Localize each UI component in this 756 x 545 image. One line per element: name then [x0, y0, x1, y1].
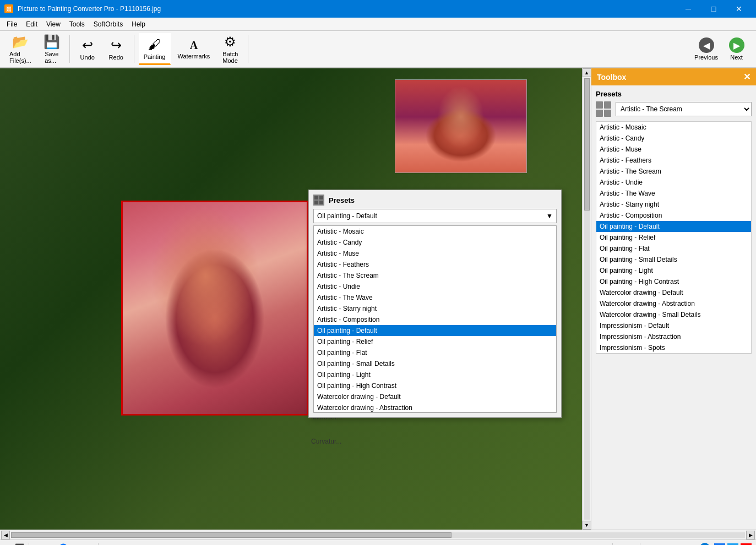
- panel-item-14[interactable]: Oil painting - High Contrast: [314, 380, 556, 391]
- panel-item-1[interactable]: Artistic - Candy: [314, 237, 556, 248]
- redo-label: Redo: [109, 54, 123, 61]
- panel-item-16[interactable]: Watercolor drawing - Abstraction: [314, 402, 556, 413]
- panel-item-2[interactable]: Artistic - Muse: [314, 248, 556, 259]
- toolbox-preset-list: Artistic - Mosaic Artistic - Candy Artis…: [596, 121, 752, 354]
- toolbox-item-mosaic[interactable]: Artistic - Mosaic: [596, 122, 751, 133]
- redo-button[interactable]: ↪ Redo: [103, 33, 129, 65]
- toolbox-item-candy[interactable]: Artistic - Candy: [596, 133, 751, 144]
- panel-item-6[interactable]: Artistic - The Wave: [314, 292, 556, 303]
- toolbox-item-imp-default[interactable]: Impressionism - Default: [596, 320, 751, 331]
- vscroll-up[interactable]: ▲: [583, 68, 591, 77]
- format-label: JPG: [617, 543, 635, 546]
- toolbox-item-oil-highcontrast[interactable]: Oil painting - High Contrast: [596, 276, 751, 287]
- watermarks-label: Watermarks: [178, 53, 210, 60]
- toolbox-item-wc-default[interactable]: Watercolor drawing - Default: [596, 287, 751, 298]
- titlebar-left: 🖼 Picture to Painting Converter Pro - P1…: [4, 4, 161, 13]
- toolbox-item-undie[interactable]: Artistic - Undie: [596, 177, 751, 188]
- youtube-button[interactable]: ▶: [741, 543, 752, 546]
- panel-item-7[interactable]: Artistic - Starry night: [314, 303, 556, 314]
- zoom-slider[interactable]: [41, 543, 85, 546]
- menu-file[interactable]: File: [2, 19, 21, 29]
- hscroll-thumb[interactable]: [11, 532, 452, 538]
- panel-item-15[interactable]: Watercolor drawing - Default: [314, 391, 556, 402]
- window-controls: ─ □ ✕: [676, 0, 752, 18]
- panel-item-12[interactable]: Oil painting - Small Details: [314, 358, 556, 369]
- toolbox-item-imp-abstraction[interactable]: Impressionism - Abstraction: [596, 331, 751, 342]
- toolbox: Toolbox ✕ Presets Artistic - The Scream …: [591, 68, 756, 530]
- panel-item-9[interactable]: Oil painting - Default: [314, 325, 556, 336]
- vscroll-thumb[interactable]: [584, 78, 590, 211]
- panel-item-13[interactable]: Oil painting - Light: [314, 369, 556, 380]
- status-sep-3: [612, 543, 613, 546]
- social-buttons: f t ▶: [714, 543, 752, 546]
- batch-mode-button[interactable]: ⚙ BatchMode: [217, 33, 243, 65]
- toolbox-item-composition[interactable]: Artistic - Composition: [596, 210, 751, 221]
- batch-label: BatchMode: [222, 51, 238, 64]
- zoom-indicator: 1:1 🔲: [4, 543, 24, 546]
- menu-help[interactable]: Help: [127, 19, 150, 29]
- toolbox-item-oil-relief[interactable]: Oil painting - Relief: [596, 232, 751, 243]
- watermarks-button[interactable]: A Watermarks: [173, 33, 215, 65]
- toolbox-item-feathers[interactable]: Artistic - Feathers: [596, 155, 751, 166]
- toolbox-close-button[interactable]: ✕: [743, 72, 750, 82]
- minimize-button[interactable]: ─: [676, 0, 701, 18]
- toolbox-item-starry[interactable]: Artistic - Starry night: [596, 199, 751, 210]
- panel-item-5[interactable]: Artistic - Undie: [314, 281, 556, 292]
- panel-preset-select[interactable]: Oil painting - Default ▼: [313, 209, 557, 223]
- toolbox-item-scream[interactable]: Artistic - The Scream: [596, 166, 751, 177]
- previous-label: Previous: [694, 54, 718, 61]
- panel-item-0[interactable]: Artistic - Mosaic: [314, 226, 556, 237]
- toolbox-item-oil-default[interactable]: Oil painting - Default: [596, 221, 751, 232]
- save-icon: 💾: [43, 34, 60, 50]
- previous-button[interactable]: ◀ Previous: [691, 33, 721, 65]
- vscroll-track[interactable]: [584, 78, 590, 520]
- menu-tools[interactable]: Tools: [65, 19, 89, 29]
- save-as-button[interactable]: 💾 Saveas...: [39, 33, 65, 65]
- toolbar-sep-2: [134, 35, 134, 63]
- status-sep-1: [29, 543, 29, 546]
- toolbox-item-oil-light[interactable]: Oil painting - Light: [596, 265, 751, 276]
- panel-item-10[interactable]: Oil painting - Relief: [314, 336, 556, 347]
- share-button[interactable]: t: [727, 543, 738, 546]
- maximize-button[interactable]: □: [701, 0, 726, 18]
- hscroll-track[interactable]: [11, 532, 745, 538]
- painting-button[interactable]: 🖌 Painting: [139, 33, 171, 65]
- toolbox-item-oil-small[interactable]: Oil painting - Small Details: [596, 254, 751, 265]
- painting-label: Painting: [144, 53, 166, 60]
- toolbox-item-wave[interactable]: Artistic - The Wave: [596, 188, 751, 199]
- hscroll-right[interactable]: ▶: [746, 531, 755, 539]
- close-button[interactable]: ✕: [726, 0, 752, 18]
- portrait-top: [395, 79, 527, 173]
- canvas-area[interactable]: Presets Oil painting - Default ▼ Artisti…: [0, 68, 582, 530]
- next-label: Next: [730, 54, 743, 61]
- undo-button[interactable]: ↩ Undo: [74, 33, 101, 65]
- toolbox-item-wc-abstraction[interactable]: Watercolor drawing - Abstraction: [596, 298, 751, 309]
- info-button[interactable]: i: [700, 543, 710, 546]
- panel-item-3[interactable]: Artistic - Feathers: [314, 259, 556, 270]
- menu-softorbits[interactable]: SoftOrbits: [89, 19, 127, 29]
- toolbox-item-wc-small[interactable]: Watercolor drawing - Small Details: [596, 309, 751, 320]
- vertical-scrollbar[interactable]: ▲ ▼: [582, 68, 591, 530]
- panel-item-4[interactable]: Artistic - The Scream: [314, 270, 556, 281]
- toolbox-preset-select[interactable]: Artistic - The Scream Artistic - Mosaic …: [616, 102, 752, 116]
- next-button[interactable]: ▶ Next: [721, 33, 752, 65]
- prev-icon: ◀: [699, 37, 714, 53]
- vscroll-down[interactable]: ▼: [583, 521, 591, 530]
- toolbox-item-oil-flat[interactable]: Oil painting - Flat: [596, 243, 751, 254]
- toolbox-item-imp-spots[interactable]: Impressionism - Spots: [596, 342, 751, 353]
- facebook-button[interactable]: f: [714, 543, 725, 546]
- menu-view[interactable]: View: [42, 19, 65, 29]
- panel-item-8[interactable]: Artistic - Composition: [314, 314, 556, 325]
- add-files-button[interactable]: 📂 AddFile(s)...: [4, 33, 36, 65]
- toolbox-item-muse[interactable]: Artistic - Muse: [596, 144, 751, 155]
- menu-edit[interactable]: Edit: [21, 19, 42, 29]
- toolbar-sep-1: [69, 35, 70, 63]
- menubar: File Edit View Tools SoftOrbits Help: [0, 18, 756, 31]
- toolbar-sep-3: [248, 35, 248, 63]
- hscroll-left[interactable]: ◀: [1, 531, 10, 539]
- status-sep-2: [98, 543, 99, 546]
- panel-item-11[interactable]: Oil painting - Flat: [314, 347, 556, 358]
- horizontal-scrollbar[interactable]: ◀ ▶: [0, 530, 756, 539]
- status-sep-4: [640, 543, 640, 546]
- toolbox-presets-title: Presets: [596, 90, 752, 98]
